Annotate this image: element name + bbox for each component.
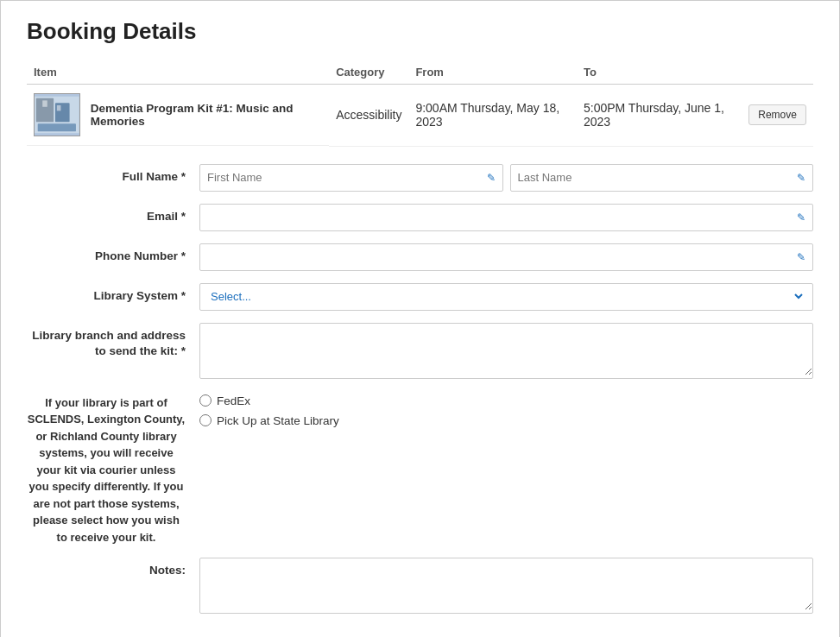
booking-table: Item Category From To: [27, 60, 813, 147]
library-system-label: Library System *: [27, 283, 199, 305]
delivery-row: If your library is part of SCLENDS, Lexi…: [27, 391, 813, 546]
email-field[interactable]: ✎: [199, 204, 813, 231]
delivery-info-text: If your library is part of SCLENDS, Lexi…: [27, 391, 186, 546]
col-category: Category: [329, 60, 408, 85]
library-branch-row: Library branch and address to send the k…: [27, 323, 813, 379]
email-row: Email * ✎: [27, 204, 813, 231]
library-system-row: Library System * Select...: [27, 283, 813, 311]
delivery-options: FedEx Pick Up at State Library: [199, 391, 813, 427]
first-name-icon: ✎: [487, 172, 496, 184]
notes-input[interactable]: [200, 558, 812, 610]
col-action: [742, 60, 813, 85]
email-icon: ✎: [797, 211, 805, 224]
phone-icon: ✎: [797, 251, 805, 263]
from-cell: 9:00AM Thursday, May 18, 2023: [408, 85, 577, 147]
booking-form: Full Name * ✎ ✎ Email * ✎ Phone N: [27, 164, 813, 615]
fedex-radio[interactable]: [199, 394, 212, 407]
to-cell: 5:00PM Thursday, June 1, 2023: [577, 85, 742, 147]
library-system-select[interactable]: Select...: [207, 289, 805, 304]
item-image: [34, 93, 80, 136]
col-from: From: [408, 60, 577, 85]
library-branch-label: Library branch and address to send the k…: [27, 323, 199, 361]
remove-button[interactable]: Remove: [748, 104, 806, 125]
library-branch-field[interactable]: [199, 323, 813, 379]
svg-rect-4: [57, 105, 61, 110]
email-label: Email *: [27, 204, 199, 225]
item-cell: Dementia Program Kit #1: Music and Memor…: [27, 85, 329, 146]
category-cell: Accessibility: [329, 85, 408, 147]
page-wrapper: Booking Details Item Category From To: [0, 0, 840, 637]
notes-field[interactable]: [199, 558, 813, 614]
last-name-icon: ✎: [797, 172, 805, 184]
delivery-info-label: If your library is part of SCLENDS, Lexi…: [27, 391, 199, 546]
library-branch-input[interactable]: [200, 324, 812, 375]
notes-label: Notes:: [27, 558, 199, 579]
phone-row: Phone Number * ✎: [27, 243, 813, 271]
col-item: Item: [27, 60, 329, 85]
last-name-input[interactable]: [518, 171, 794, 184]
page-title: Booking Details: [27, 18, 813, 45]
fedex-option[interactable]: FedEx: [199, 394, 339, 407]
pickup-label: Pick Up at State Library: [217, 414, 339, 427]
first-name-field[interactable]: ✎: [199, 164, 503, 192]
pickup-radio[interactable]: [199, 414, 212, 426]
email-input[interactable]: [207, 211, 793, 224]
pickup-option[interactable]: Pick Up at State Library: [199, 414, 339, 427]
fedex-label: FedEx: [217, 394, 250, 407]
phone-label: Phone Number *: [27, 243, 199, 265]
col-to: To: [577, 60, 742, 85]
remove-cell[interactable]: Remove: [742, 85, 813, 147]
full-name-label: Full Name *: [27, 164, 199, 186]
item-name: Dementia Program Kit #1: Music and Memor…: [91, 102, 323, 128]
svg-rect-5: [38, 123, 76, 131]
phone-input[interactable]: [207, 250, 793, 263]
phone-field[interactable]: ✎: [199, 243, 813, 271]
full-name-row: Full Name * ✎ ✎: [27, 164, 813, 192]
library-system-select-wrap[interactable]: Select...: [199, 283, 813, 311]
table-row: Dementia Program Kit #1: Music and Memor…: [27, 85, 813, 147]
delivery-radio-group: FedEx Pick Up at State Library: [199, 391, 339, 427]
svg-rect-2: [42, 100, 47, 106]
first-name-input[interactable]: [207, 171, 483, 184]
name-inputs: ✎ ✎: [199, 164, 813, 192]
last-name-field[interactable]: ✎: [510, 164, 814, 192]
notes-row: Notes:: [27, 558, 813, 614]
